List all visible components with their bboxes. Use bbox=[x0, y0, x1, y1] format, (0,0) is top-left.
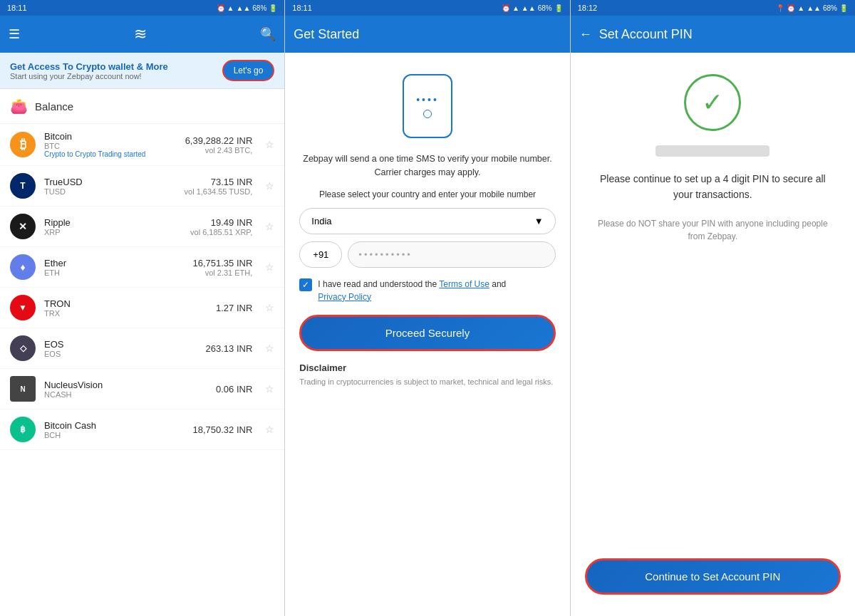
xrp-icon: ✕ bbox=[10, 214, 36, 239]
zebpay-logo-icon: ≋ bbox=[134, 25, 146, 43]
country-label: Please select your country and enter you… bbox=[319, 189, 536, 199]
crypto-symbol: ETH bbox=[44, 268, 184, 277]
terms-row: ✓ I have read and understood the Terms o… bbox=[299, 278, 555, 303]
promo-subtitle: Start using your Zebpay account now! bbox=[10, 72, 168, 80]
alarm-icon-2: ⏰ bbox=[502, 4, 510, 12]
status-time-3: 18:12 bbox=[578, 4, 598, 12]
status-icons-1: ⏰ ▲ ▲▲ 68% 🔋 bbox=[217, 4, 278, 12]
list-item[interactable]: ◇ EOS EOS 263.13 INR ☆ bbox=[0, 328, 284, 369]
crypto-values: 73.15 INR vol 1,634.55 TUSD, bbox=[185, 177, 253, 196]
crypto-info: NucleusVision NCASH bbox=[44, 380, 207, 399]
crypto-symbol: TUSD bbox=[44, 187, 176, 196]
list-item[interactable]: ♦ Ether ETH 16,751.35 INR vol 2.31 ETH, … bbox=[0, 247, 284, 288]
promo-title: Get Access To Crypto wallet & More bbox=[10, 61, 168, 72]
wifi-icon-3: ▲ bbox=[797, 4, 804, 12]
crypto-list: ₿ Bitcoin BTC Crypto to Crypto Trading s… bbox=[0, 124, 284, 616]
list-item[interactable]: T TrueUSD TUSD 73.15 INR vol 1,634.55 TU… bbox=[0, 166, 284, 207]
crypto-info: Bitcoin Cash BCH bbox=[44, 420, 184, 439]
promo-text: Get Access To Crypto wallet & More Start… bbox=[10, 61, 168, 80]
star-icon[interactable]: ☆ bbox=[265, 424, 274, 435]
back-icon[interactable]: ← bbox=[579, 27, 592, 42]
list-item[interactable]: ▼ TRON TRX 1.27 INR ☆ bbox=[0, 288, 284, 328]
crypto-inr: 1.27 INR bbox=[216, 303, 252, 313]
wifi-icon: ▲ bbox=[227, 4, 234, 12]
star-icon[interactable]: ☆ bbox=[265, 221, 274, 232]
country-code: +91 bbox=[299, 241, 342, 268]
phone-input-row: +91 bbox=[299, 241, 555, 268]
list-item[interactable]: ₿ Bitcoin BTC Crypto to Crypto Trading s… bbox=[0, 124, 284, 166]
status-icons-3: 📍 ⏰ ▲ ▲▲ 68% 🔋 bbox=[776, 4, 848, 12]
star-icon[interactable]: ☆ bbox=[265, 343, 274, 354]
crypto-vol: vol 2.43 BTC, bbox=[185, 146, 253, 155]
location-icon: 📍 bbox=[776, 4, 784, 12]
crypto-info: EOS EOS bbox=[44, 339, 197, 358]
crypto-values: 0.06 INR bbox=[216, 384, 252, 395]
list-item[interactable]: ✕ Ripple XRP 19.49 INR vol 6,185.51 XRP,… bbox=[0, 207, 284, 247]
crypto-name: TRON bbox=[44, 298, 207, 309]
bch-icon: ฿ bbox=[10, 417, 36, 442]
phone-number-input[interactable] bbox=[348, 241, 555, 268]
star-icon[interactable]: ☆ bbox=[265, 139, 274, 150]
crypto-values: 6,39,288.22 INR vol 2.43 BTC, bbox=[185, 135, 253, 155]
page-title-3: Set Account PIN bbox=[599, 27, 846, 42]
crypto-values: 263.13 INR bbox=[206, 343, 253, 354]
wallet-icon: 👛 bbox=[10, 98, 28, 115]
crypto-symbol: XRP bbox=[44, 228, 182, 236]
status-bar-2: 18:11 ⏰ ▲ ▲▲ 68% 🔋 bbox=[285, 0, 569, 16]
terms-text: I have read and understood the Terms of … bbox=[318, 278, 506, 303]
battery-1: 68% bbox=[252, 4, 266, 12]
crypto-values: 19.49 INR vol 6,185.51 XRP, bbox=[190, 217, 252, 236]
crypto-symbol: BTC bbox=[44, 142, 177, 150]
country-dropdown[interactable]: India ▼ bbox=[299, 208, 555, 234]
status-time-2: 18:11 bbox=[292, 4, 312, 12]
status-bar-3: 18:12 📍 ⏰ ▲ ▲▲ 68% 🔋 bbox=[571, 0, 855, 16]
pin-content: ✓ Please continue to set up a 4 digit PI… bbox=[571, 53, 855, 616]
lets-go-button[interactable]: Let's go bbox=[222, 60, 275, 81]
crypto-info: Ether ETH bbox=[44, 258, 184, 277]
crypto-values: 18,750.32 INR bbox=[192, 424, 252, 435]
signal-icon-2: ▲▲ bbox=[522, 4, 536, 12]
crypto-values: 1.27 INR bbox=[216, 303, 252, 313]
btc-icon: ₿ bbox=[10, 132, 36, 157]
get-started-content: •••• Zebpay will send a one time SMS to … bbox=[285, 53, 569, 616]
crypto-symbol: BCH bbox=[44, 431, 184, 439]
balance-section: 👛 Balance bbox=[0, 89, 284, 124]
list-item[interactable]: N NucleusVision NCASH 0.06 INR ☆ bbox=[0, 369, 284, 409]
panel-get-started: 18:11 ⏰ ▲ ▲▲ 68% 🔋 Get Started •••• Zebp… bbox=[285, 0, 570, 616]
balance-label: Balance bbox=[35, 100, 73, 113]
sms-description: Zebpay will send a one time SMS to verif… bbox=[299, 152, 555, 179]
crypto-name: EOS bbox=[44, 339, 197, 350]
signal-icon: ▲▲ bbox=[237, 4, 251, 12]
star-icon[interactable]: ☆ bbox=[265, 383, 274, 395]
crypto-info: Bitcoin BTC Crypto to Crypto Trading sta… bbox=[44, 131, 177, 158]
star-icon[interactable]: ☆ bbox=[265, 180, 274, 192]
proceed-securely-button[interactable]: Proceed Securely bbox=[299, 315, 555, 351]
star-icon[interactable]: ☆ bbox=[265, 302, 274, 313]
search-icon[interactable]: 🔍 bbox=[260, 26, 276, 42]
terms-checkbox[interactable]: ✓ bbox=[299, 278, 312, 291]
crypto-vol: vol 6,185.51 XRP, bbox=[190, 228, 252, 236]
checkmark-icon: ✓ bbox=[702, 88, 723, 118]
star-icon[interactable]: ☆ bbox=[265, 261, 274, 273]
battery-icon-2: 🔋 bbox=[554, 4, 563, 12]
ncash-icon: N bbox=[10, 376, 36, 402]
blurred-phone-number bbox=[656, 145, 770, 157]
disclaimer-text: Trading in cryptocurrencies is subject t… bbox=[299, 376, 555, 388]
crypto-name: Bitcoin bbox=[44, 131, 177, 142]
crypto-inr: 263.13 INR bbox=[206, 343, 253, 354]
terms-and: and bbox=[489, 279, 506, 289]
crypto-name: NucleusVision bbox=[44, 380, 207, 390]
crypto-symbol: EOS bbox=[44, 350, 197, 358]
status-icons-2: ⏰ ▲ ▲▲ 68% 🔋 bbox=[502, 4, 563, 12]
page-title-2: Get Started bbox=[294, 27, 561, 42]
menu-icon[interactable]: ☰ bbox=[9, 26, 20, 42]
promo-banner: Get Access To Crypto wallet & More Start… bbox=[0, 53, 284, 89]
terms-link-use[interactable]: Terms of Use bbox=[439, 279, 489, 289]
list-item[interactable]: ฿ Bitcoin Cash BCH 18,750.32 INR ☆ bbox=[0, 409, 284, 450]
phone-home-button bbox=[423, 110, 432, 118]
continue-to-set-pin-button[interactable]: Continue to Set Account PIN bbox=[585, 558, 841, 595]
crypto-inr: 73.15 INR bbox=[185, 177, 253, 187]
crypto-name: Bitcoin Cash bbox=[44, 420, 184, 431]
terms-link-privacy[interactable]: Privacy Policy bbox=[318, 292, 371, 302]
crypto-values: 16,751.35 INR vol 2.31 ETH, bbox=[192, 258, 252, 277]
